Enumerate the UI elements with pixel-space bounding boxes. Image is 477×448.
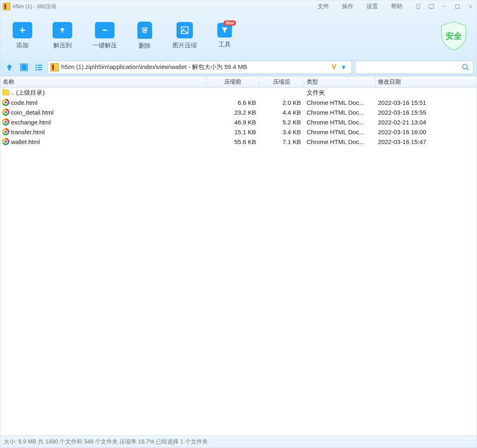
feedback-icon[interactable] <box>428 3 435 10</box>
add-button[interactable]: 添加 <box>13 22 32 49</box>
file-type: Chrome HTML Doc... <box>304 138 375 145</box>
svg-rect-13 <box>35 67 37 68</box>
table-row[interactable]: code.html6.6 KB2.0 KBChrome HTML Doc...2… <box>0 98 477 107</box>
path-bar[interactable]: h5im (1).zip\h5im\application\index\view… <box>48 61 352 74</box>
size-before: 15.1 KB <box>206 129 259 135</box>
add-label: 添加 <box>16 42 29 49</box>
svg-rect-0 <box>429 4 434 8</box>
status-bar: 大小: 9.9 MB 共 1490 个文件和 348 个文件夹 压缩率 16.7… <box>0 435 477 448</box>
size-before: 55.6 KB <box>206 138 259 145</box>
folder-up-icon <box>53 22 72 38</box>
table-row[interactable]: exchange.html46.9 KB5.2 KBChrome HTML Do… <box>0 117 477 127</box>
chrome-icon <box>2 99 9 106</box>
search-input[interactable] <box>355 61 473 74</box>
file-list: .. (上级目录)文件夹code.html6.6 KB2.0 KBChrome … <box>0 88 477 435</box>
chrome-icon <box>2 118 9 126</box>
file-type: Chrome HTML Doc... <box>304 129 375 135</box>
status-text: 大小: 9.9 MB 共 1490 个文件和 348 个文件夹 压缩率 16.7… <box>4 438 208 446</box>
safe-text: 安全 <box>446 31 462 42</box>
svg-point-8 <box>183 28 184 30</box>
svg-rect-16 <box>38 69 42 70</box>
up-button[interactable] <box>4 62 15 73</box>
svg-rect-14 <box>38 67 42 68</box>
search-icon <box>462 63 470 71</box>
file-date: 2022-03-16 15:51 <box>375 99 477 106</box>
file-name: exchange.html <box>11 119 51 126</box>
view-large-icons-button[interactable] <box>18 62 30 73</box>
archive-icon <box>51 63 59 71</box>
table-row[interactable]: transfer.html15.1 KB3.4 KBChrome HTML Do… <box>0 127 477 137</box>
file-type: Chrome HTML Doc... <box>304 109 375 116</box>
extract-to-button[interactable]: 解压到 <box>53 22 72 49</box>
size-after: 2.0 KB <box>259 99 304 106</box>
chrome-icon <box>2 138 9 145</box>
table-row[interactable]: wallet.html55.6 KB7.1 KBChrome HTML Doc.… <box>0 137 477 146</box>
file-name: wallet.html <box>11 138 40 145</box>
size-after: 4.4 KB <box>259 109 304 116</box>
maximize-button[interactable] <box>454 3 461 10</box>
svg-rect-2 <box>455 4 459 8</box>
delete-button[interactable]: 删除 <box>137 22 152 50</box>
file-name: .. (上级目录) <box>11 89 45 97</box>
title-bar: h5im (1) - 360压缩 文件 操作 设置 帮助 <box>0 0 477 13</box>
dropdown-icon[interactable]: ▼ <box>338 64 349 71</box>
file-name: coin_detail.html <box>11 109 53 116</box>
size-before: 6.6 KB <box>206 99 259 106</box>
svg-line-18 <box>467 68 469 70</box>
header-date[interactable]: 修改日期 <box>375 76 477 87</box>
size-after: 3.4 KB <box>259 129 304 135</box>
header-type[interactable]: 类型 <box>304 76 375 87</box>
close-button[interactable] <box>467 3 474 10</box>
file-date: 2022-03-16 15:47 <box>375 138 477 145</box>
menu-file[interactable]: 文件 <box>318 3 329 10</box>
menu-help[interactable]: 帮助 <box>391 3 402 10</box>
file-type: 文件夹 <box>304 89 375 97</box>
size-after: 7.1 KB <box>259 138 304 145</box>
table-row[interactable]: coin_detail.html23.2 KB4.4 KBChrome HTML… <box>0 107 477 117</box>
extract-to-label: 解压到 <box>53 42 72 49</box>
image-compress-label: 图片压缩 <box>172 42 197 49</box>
svg-rect-11 <box>35 64 37 66</box>
size-before: 23.2 KB <box>206 109 259 116</box>
one-key-extract-button[interactable]: 一键解压 <box>93 22 117 49</box>
window-title: h5im (1) - 360压缩 <box>13 3 56 10</box>
one-key-label: 一键解压 <box>93 42 117 49</box>
menu-bar: 文件 操作 设置 帮助 <box>318 3 402 10</box>
size-after: 5.2 KB <box>259 119 304 126</box>
navigation-row: h5im (1).zip\h5im\application\index\view… <box>0 58 477 76</box>
v-icon[interactable]: V <box>330 63 338 71</box>
header-name[interactable]: 名称 <box>0 76 206 87</box>
header-before[interactable]: 压缩前 <box>206 76 259 87</box>
size-before: 46.9 KB <box>206 119 259 126</box>
folder-icon <box>2 90 9 95</box>
file-date: 2022-03-16 15:55 <box>375 109 477 116</box>
toolbar: 添加 解压到 一键解压 删除 图片压缩 New 工具 安全 <box>0 13 477 58</box>
file-date: 2022-03-16 16:00 <box>375 129 477 135</box>
svg-point-17 <box>463 64 468 69</box>
folder-plus-icon <box>13 22 32 38</box>
svg-point-6 <box>144 29 146 31</box>
header-after[interactable]: 压缩后 <box>259 76 304 87</box>
file-name: code.html <box>11 99 38 106</box>
chrome-icon <box>2 109 9 116</box>
view-list-button[interactable] <box>33 62 44 73</box>
menu-settings[interactable]: 设置 <box>367 3 378 10</box>
menu-action[interactable]: 操作 <box>342 3 353 10</box>
table-row[interactable]: .. (上级目录)文件夹 <box>0 88 477 98</box>
file-date: 2022-02-21 13:04 <box>375 119 477 126</box>
delete-label: 删除 <box>139 42 151 50</box>
trash-icon <box>137 22 152 39</box>
tools-label: 工具 <box>219 41 231 49</box>
safe-badge: 安全 <box>440 21 468 51</box>
svg-rect-12 <box>38 64 42 66</box>
minimize-button[interactable] <box>441 3 448 10</box>
file-name: transfer.html <box>11 129 45 135</box>
tools-button[interactable]: New 工具 <box>217 23 232 49</box>
app-icon <box>3 3 10 10</box>
image-compress-button[interactable]: 图片压缩 <box>172 22 197 49</box>
path-text: h5im (1).zip\h5im\application\index\view… <box>61 63 247 71</box>
folder-minus-icon <box>95 22 115 38</box>
chrome-icon <box>2 128 9 135</box>
svg-rect-10 <box>22 65 26 69</box>
skin-icon[interactable] <box>415 3 422 10</box>
